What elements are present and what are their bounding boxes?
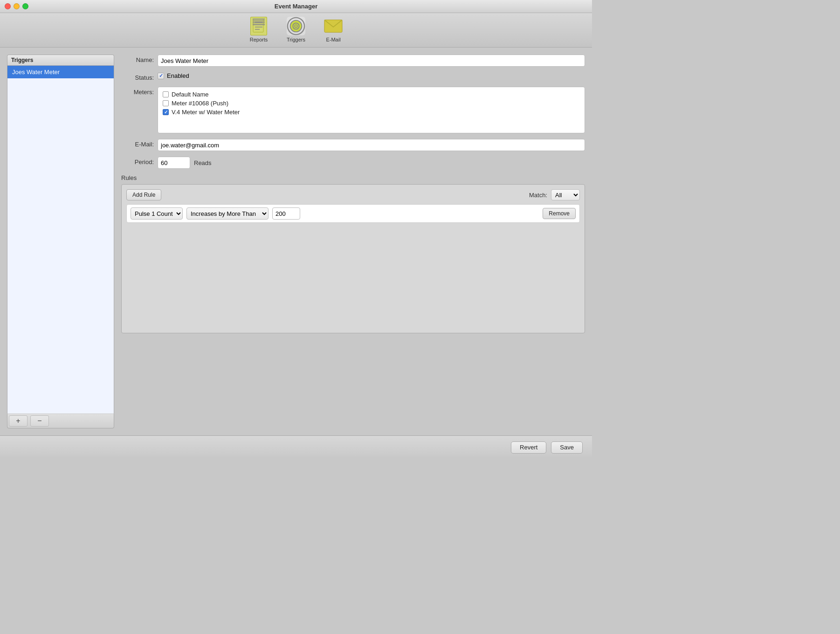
add-rule-button[interactable]: Add Rule bbox=[126, 189, 161, 200]
triggers-label: Triggers bbox=[287, 37, 305, 42]
add-trigger-button[interactable]: + bbox=[9, 415, 28, 427]
email-label: E-Mail: bbox=[121, 139, 154, 148]
name-label: Name: bbox=[121, 55, 154, 63]
remove-trigger-button[interactable]: − bbox=[30, 415, 49, 427]
rule-condition-select[interactable]: Increases by More Than Decreases by More… bbox=[186, 207, 269, 220]
bottom-bar: Revert Save bbox=[0, 435, 592, 457]
match-label: Match: bbox=[529, 192, 547, 199]
triggers-icon bbox=[287, 16, 305, 36]
meter-label-v4-water: V.4 Meter w/ Water Meter bbox=[172, 109, 240, 116]
toolbar-item-reports[interactable]: Reports bbox=[245, 17, 273, 42]
meter-checkbox-default-name[interactable] bbox=[163, 91, 169, 97]
status-row: Status: Enabled bbox=[121, 72, 585, 81]
period-input[interactable] bbox=[158, 157, 190, 169]
left-panel: Triggers Joes Water Meter + − bbox=[7, 55, 114, 428]
rule-value-input[interactable] bbox=[272, 207, 300, 220]
status-label: Status: bbox=[121, 72, 154, 81]
title-bar: Event Manager bbox=[0, 0, 592, 13]
svg-rect-0 bbox=[253, 19, 263, 32]
email-row: E-Mail: bbox=[121, 139, 585, 151]
rule-field-select[interactable]: Pulse 1 Count Pulse 2 Count Flow Rate Vo… bbox=[131, 207, 183, 220]
rules-label: Rules bbox=[121, 174, 585, 181]
revert-button[interactable]: Revert bbox=[511, 441, 546, 454]
name-row: Name: bbox=[121, 55, 585, 67]
period-controls: Reads bbox=[158, 157, 212, 169]
left-panel-footer: + − bbox=[7, 413, 114, 428]
close-button[interactable] bbox=[5, 3, 11, 9]
meter-item-v4-water: V.4 Meter w/ Water Meter bbox=[163, 108, 580, 117]
toolbar-item-email[interactable]: E-Mail bbox=[319, 17, 347, 42]
rules-box: Add Rule Match: All Any None Pulse 1 Cou… bbox=[121, 184, 585, 333]
meter-label-10068: Meter #10068 (Push) bbox=[172, 100, 228, 107]
email-icon-wrapper bbox=[324, 17, 343, 35]
name-input[interactable] bbox=[158, 55, 585, 67]
meter-label-default-name: Default Name bbox=[172, 91, 208, 98]
svg-point-8 bbox=[295, 25, 297, 28]
window-title: Event Manager bbox=[275, 3, 317, 10]
status-text: Enabled bbox=[167, 72, 189, 79]
triggers-header: Triggers bbox=[7, 55, 114, 65]
meter-item-default-name: Default Name bbox=[163, 90, 580, 99]
reports-svg bbox=[252, 19, 265, 34]
rules-section: Rules Add Rule Match: All Any None bbox=[121, 174, 585, 333]
email-label: E-Mail bbox=[326, 37, 340, 42]
reports-icon bbox=[250, 17, 267, 35]
trigger-item-joes-water-meter[interactable]: Joes Water Meter bbox=[7, 66, 114, 78]
period-label: Period: bbox=[121, 157, 154, 165]
maximize-button[interactable] bbox=[22, 3, 28, 9]
triggers-icon-wrapper bbox=[287, 17, 305, 35]
meter-checkbox-10068[interactable] bbox=[163, 100, 169, 106]
toolbar-item-triggers[interactable]: Triggers bbox=[282, 17, 310, 42]
traffic-lights bbox=[5, 3, 28, 9]
reports-label: Reports bbox=[250, 37, 268, 42]
match-row: Match: All Any None bbox=[529, 189, 580, 200]
match-select[interactable]: All Any None bbox=[551, 189, 580, 200]
status-control: Enabled bbox=[158, 72, 189, 79]
rule-row-0: Pulse 1 Count Pulse 2 Count Flow Rate Vo… bbox=[126, 204, 580, 223]
meters-label: Meters: bbox=[121, 87, 154, 96]
email-icon bbox=[324, 19, 343, 33]
right-panel: Name: Status: Enabled Meters: Default Na… bbox=[121, 55, 585, 428]
status-checkbox[interactable] bbox=[158, 73, 164, 79]
meter-item-10068: Meter #10068 (Push) bbox=[163, 99, 580, 108]
period-row: Period: Reads bbox=[121, 157, 585, 169]
period-unit: Reads bbox=[194, 159, 212, 166]
toolbar: Reports Triggers E-Mail bbox=[0, 13, 592, 48]
triggers-list: Joes Water Meter bbox=[7, 65, 114, 413]
rules-toolbar: Add Rule Match: All Any None bbox=[126, 189, 580, 200]
meter-checkbox-v4-water[interactable] bbox=[163, 109, 169, 115]
reports-icon-wrapper bbox=[249, 17, 268, 35]
remove-rule-button[interactable]: Remove bbox=[543, 208, 576, 219]
minimize-button[interactable] bbox=[14, 3, 20, 9]
meters-row: Meters: Default Name Meter #10068 (Push)… bbox=[121, 87, 585, 133]
meters-box: Default Name Meter #10068 (Push) V.4 Met… bbox=[158, 87, 585, 133]
main-content: Triggers Joes Water Meter + − Name: Stat… bbox=[0, 48, 592, 435]
save-button[interactable]: Save bbox=[551, 441, 583, 454]
email-input[interactable] bbox=[158, 139, 585, 151]
trigger-item-label: Joes Water Meter bbox=[12, 69, 60, 76]
